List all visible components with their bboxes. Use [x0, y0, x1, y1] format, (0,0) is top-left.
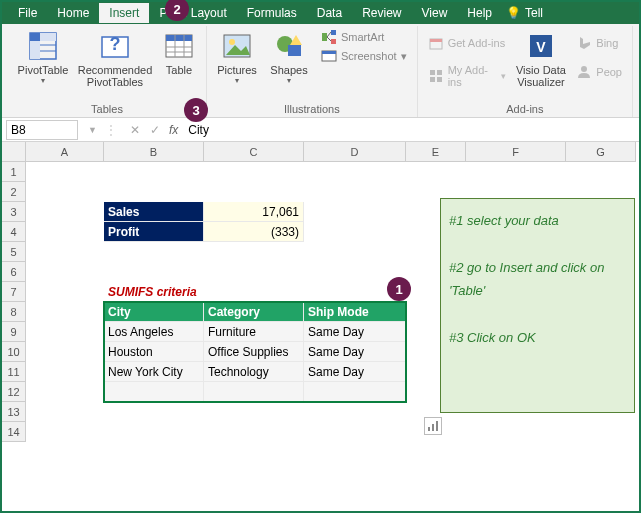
svg-rect-18: [288, 45, 301, 56]
tell-me[interactable]: 💡 Tell: [506, 6, 543, 20]
tab-formulas[interactable]: Formulas: [237, 3, 307, 23]
get-addins-button[interactable]: Get Add-ins: [424, 34, 510, 52]
tab-data[interactable]: Data: [307, 3, 352, 23]
row-2[interactable]: 2: [2, 182, 26, 202]
cell-b3[interactable]: Sales: [104, 202, 204, 222]
row-8[interactable]: 8: [2, 302, 26, 322]
pivottable-button[interactable]: PivotTable ▾: [14, 28, 72, 87]
pivottable-label: PivotTable: [18, 64, 69, 76]
cell-c12[interactable]: [204, 382, 304, 402]
tab-home[interactable]: Home: [47, 3, 99, 23]
smartart-button[interactable]: SmartArt: [317, 28, 411, 46]
row-10[interactable]: 10: [2, 342, 26, 362]
svg-line-23: [327, 32, 331, 37]
cell-c10[interactable]: Office Supplies: [204, 342, 304, 362]
quick-analysis-icon[interactable]: [424, 417, 442, 435]
col-d[interactable]: D: [304, 142, 406, 162]
screenshot-icon: [321, 48, 337, 64]
cell-b4[interactable]: Profit: [104, 222, 204, 242]
accept-formula-button[interactable]: ✓: [145, 123, 165, 137]
select-all-corner[interactable]: [2, 142, 26, 162]
worksheet[interactable]: A B C D E F G 1 2 3 4 5 6 7 8 9 10 11 12…: [2, 142, 639, 512]
row-3[interactable]: 3: [2, 202, 26, 222]
tab-insert[interactable]: Insert: [99, 3, 149, 23]
visio-label: Visio Data Visualizer: [516, 64, 566, 88]
tab-file[interactable]: File: [8, 3, 47, 23]
cell-d9[interactable]: Same Day: [304, 322, 406, 342]
svg-rect-32: [437, 77, 442, 82]
col-a[interactable]: A: [26, 142, 104, 162]
col-b[interactable]: B: [104, 142, 204, 162]
ribbon: PivotTable ▾ ? Recommended PivotTables T…: [2, 24, 639, 118]
row-6[interactable]: 6: [2, 262, 26, 282]
row-7[interactable]: 7: [2, 282, 26, 302]
svg-rect-28: [430, 39, 442, 42]
cell-c9[interactable]: Furniture: [204, 322, 304, 342]
cell-d11[interactable]: Same Day: [304, 362, 406, 382]
row-13[interactable]: 13: [2, 402, 26, 422]
cell-c11[interactable]: Technology: [204, 362, 304, 382]
shapes-button[interactable]: Shapes ▾: [265, 28, 313, 87]
name-box[interactable]: [6, 120, 78, 140]
svg-rect-39: [436, 421, 438, 431]
column-headers[interactable]: A B C D E F G: [26, 142, 636, 162]
col-g[interactable]: G: [566, 142, 636, 162]
get-addins-label: Get Add-ins: [448, 37, 505, 49]
table-icon: [163, 30, 195, 62]
group-tables: PivotTable ▾ ? Recommended PivotTables T…: [8, 26, 207, 117]
row-4[interactable]: 4: [2, 222, 26, 242]
col-f[interactable]: F: [466, 142, 566, 162]
recommended-pivot-button[interactable]: ? Recommended PivotTables: [76, 28, 154, 90]
svg-rect-37: [428, 427, 430, 431]
svg-rect-30: [437, 70, 442, 75]
row-headers[interactable]: 1 2 3 4 5 6 7 8 9 10 11 12 13 14: [2, 162, 26, 442]
cell-b9[interactable]: Los Angeles: [104, 322, 204, 342]
tab-page-layout[interactable]: Page Layout: [149, 3, 236, 23]
svg-rect-29: [430, 70, 435, 75]
row-12[interactable]: 12: [2, 382, 26, 402]
smartart-label: SmartArt: [341, 31, 384, 43]
col-c[interactable]: C: [204, 142, 304, 162]
people-label: Peop: [596, 66, 622, 78]
row-14[interactable]: 14: [2, 422, 26, 442]
visio-button[interactable]: V Visio Data Visualizer: [514, 28, 569, 90]
cell-b7[interactable]: SUMIFS criteria: [104, 282, 304, 302]
formula-value[interactable]: City: [182, 121, 639, 139]
cell-d10[interactable]: Same Day: [304, 342, 406, 362]
svg-rect-1: [30, 33, 40, 41]
row-9[interactable]: 9: [2, 322, 26, 342]
cell-b12[interactable]: [104, 382, 204, 402]
tab-review[interactable]: Review: [352, 3, 411, 23]
cell-c3[interactable]: 17,061: [204, 202, 304, 222]
table-button[interactable]: Table: [158, 28, 200, 78]
cell-b11[interactable]: New York City: [104, 362, 204, 382]
row-11[interactable]: 11: [2, 362, 26, 382]
namebox-dropdown-icon[interactable]: ▼: [88, 125, 97, 135]
col-e[interactable]: E: [406, 142, 466, 162]
my-addins-button[interactable]: My Add-ins ▾: [424, 63, 510, 89]
note-line-2: #2 go to Insert and click on 'Table': [449, 256, 626, 303]
bing-button[interactable]: Bing: [572, 34, 626, 52]
cell-c8[interactable]: Category: [204, 302, 304, 322]
svg-rect-22: [331, 39, 336, 44]
group-addins-label: Add-ins: [506, 101, 543, 117]
cell-b10[interactable]: Houston: [104, 342, 204, 362]
svg-rect-31: [430, 77, 435, 82]
cell-b8[interactable]: City: [104, 302, 204, 322]
cell-c4[interactable]: (333): [204, 222, 304, 242]
tab-help[interactable]: Help: [457, 3, 502, 23]
cell-d8[interactable]: Ship Mode: [304, 302, 406, 322]
fx-icon[interactable]: fx: [169, 123, 178, 137]
screenshot-button[interactable]: Screenshot ▾: [317, 47, 411, 65]
people-button[interactable]: Peop: [572, 63, 626, 81]
pictures-button[interactable]: Pictures ▾: [213, 28, 261, 87]
tab-view[interactable]: View: [412, 3, 458, 23]
bing-icon: [576, 35, 592, 51]
cancel-formula-button[interactable]: ✕: [125, 123, 145, 137]
row-1[interactable]: 1: [2, 162, 26, 182]
cell-d12[interactable]: [304, 382, 406, 402]
recommended-pivot-label: Recommended PivotTables: [78, 64, 153, 88]
store-icon: [428, 35, 444, 51]
row-5[interactable]: 5: [2, 242, 26, 262]
annotation-badge-1: 1: [387, 277, 411, 301]
